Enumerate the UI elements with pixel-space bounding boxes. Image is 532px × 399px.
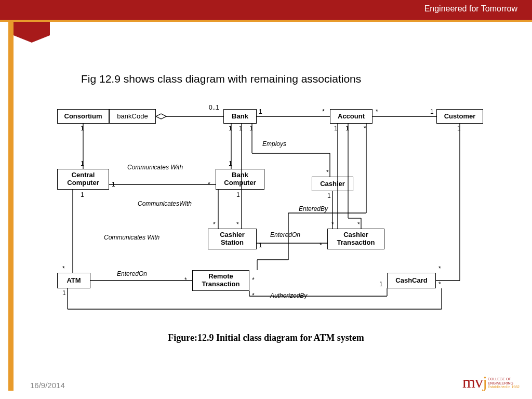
class-remote-transaction: Remote Transaction	[192, 270, 249, 291]
mult: 1	[334, 125, 338, 132]
class-cashier-station: Cashier Station	[208, 229, 257, 249]
class-account: Account	[330, 109, 373, 124]
logo-subtitle: COLLEGE OF ENGINEERING Established in 19…	[488, 377, 520, 389]
mult: 1	[249, 125, 253, 132]
mult: 1	[236, 191, 240, 198]
mult: *	[252, 276, 255, 284]
assoc-entered-on-2: EnteredOn	[117, 270, 147, 277]
mult: *	[322, 108, 325, 115]
assoc-entered-on-1: EnteredOn	[270, 231, 300, 238]
qualifier-bankcode: bankCode	[109, 109, 156, 124]
mult: 1	[81, 125, 84, 132]
mult: 1	[457, 125, 461, 132]
mult: *	[438, 265, 441, 272]
mult: 1	[239, 125, 243, 132]
mult: *	[236, 221, 239, 228]
mult: *	[208, 181, 210, 188]
class-consortium: Consortium	[57, 109, 109, 124]
mult: 1	[229, 160, 232, 167]
mult: 0..1	[209, 104, 219, 111]
mult: 1	[259, 108, 262, 115]
mult: *	[252, 292, 255, 299]
assoc-communicates-with-2: CommunicatesWith	[138, 200, 192, 207]
page-title: Fig 12.9 shows class diagram with remain…	[81, 73, 361, 85]
mult: 1	[81, 191, 84, 198]
mult: *	[320, 242, 322, 249]
mult: *	[357, 221, 360, 228]
mult: 1	[229, 125, 232, 132]
mult: 1	[81, 160, 84, 167]
mult: *	[376, 108, 378, 115]
assoc-authorized-by: AuthorizedBy	[270, 292, 307, 299]
mult: 1	[112, 181, 115, 188]
mult: 1	[259, 242, 262, 249]
assoc-communicates-with-3: Communicates With	[104, 234, 159, 241]
header-tagline: Engineered for Tomorrow	[424, 4, 517, 13]
mult: *	[438, 281, 441, 288]
mult: 1	[345, 125, 349, 132]
logo-text: mvj	[462, 373, 487, 392]
header-stripe	[0, 20, 532, 22]
mult: 1	[379, 281, 383, 288]
mult: *	[331, 221, 334, 228]
mult: *	[364, 125, 366, 132]
class-customer: Customer	[436, 109, 483, 124]
mult: 1	[62, 289, 66, 297]
mult: 1	[430, 108, 434, 115]
class-cashier-transaction: Cashier Transaction	[327, 229, 384, 249]
header-bar: Engineered for Tomorrow	[0, 0, 532, 20]
class-central-computer: Central Computer	[57, 169, 109, 190]
class-bank: Bank	[223, 109, 257, 124]
mult: 1	[327, 192, 331, 200]
logo: mvj COLLEGE OF ENGINEERING Established i…	[462, 373, 520, 392]
footer-date: 16/9/2014	[30, 381, 65, 390]
svg-marker-1	[156, 114, 166, 119]
corner-notch	[14, 22, 50, 43]
mult: *	[326, 169, 329, 176]
class-atm: ATM	[57, 273, 90, 288]
mult: *	[62, 265, 65, 272]
assoc-employs: Employs	[262, 140, 286, 148]
class-diagram: Consortium bankCode Bank Account Custome…	[52, 104, 504, 317]
class-cashcard: CashCard	[387, 273, 436, 288]
diagram-lines	[52, 104, 504, 317]
class-bank-computer: Bank Computer	[216, 169, 264, 190]
assoc-entered-by: EnteredBy	[299, 205, 328, 212]
mult: *	[184, 276, 187, 284]
figure-caption: Figure:12.9 Initial class diagram for AT…	[0, 332, 532, 343]
class-cashier: Cashier	[312, 177, 353, 191]
mult: *	[213, 221, 216, 228]
assoc-communicates-with-1: Communicates With	[127, 164, 183, 171]
